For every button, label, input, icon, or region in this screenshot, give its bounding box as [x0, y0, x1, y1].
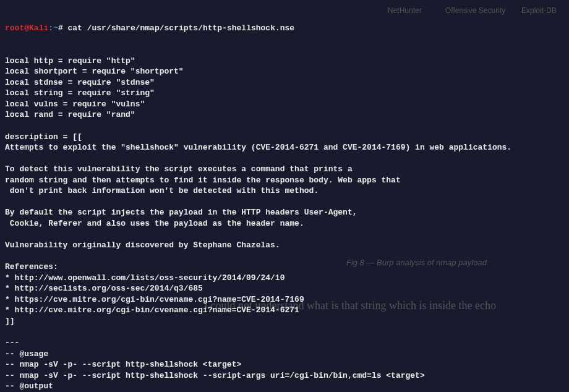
prompt-user: root: [5, 23, 24, 33]
output-line: -- @output: [5, 381, 564, 392]
output-line: * http://cve.mitre.org/cgi-bin/cvename.c…: [5, 305, 564, 316]
output-line: local stdnse = require "stdnse": [5, 77, 564, 88]
output-line: random string and then attempts to find …: [5, 175, 564, 186]
output-line: To detect this vulnerability the script …: [5, 164, 564, 175]
prompt-hash: #: [58, 23, 63, 33]
output-line: ---: [5, 338, 564, 349]
output-line: [5, 153, 564, 164]
output-line: -- nmap -sV -p- --script http-shellshock…: [5, 359, 564, 370]
output-container: local http = require "http"local shortpo…: [5, 56, 564, 392]
output-line: Vulnerability originally discovered by S…: [5, 240, 564, 251]
prompt-host: Kali: [29, 23, 48, 33]
output-line: local rand = require "rand": [5, 109, 564, 121]
output-line: [5, 197, 564, 208]
prompt-sep: :: [48, 23, 53, 33]
output-line: local string = require "string": [5, 88, 564, 99]
output-line: local shortport = require "shortport": [5, 66, 564, 77]
output-line: description = [[: [5, 132, 564, 143]
output-line: [5, 251, 564, 262]
output-line: By default the script injects the payloa…: [5, 207, 564, 218]
prompt-path: ~: [53, 23, 58, 33]
output-line: -- nmap -sV -p- --script http-shellshock…: [5, 370, 564, 381]
output-line: [5, 229, 564, 240]
prompt-line: root@Kali:~# cat /usr/share/nmap/scripts…: [5, 23, 564, 34]
output-line: Attempts to exploit the "shellshock" vul…: [5, 142, 564, 153]
output-line: * http://seclists.org/oss-sec/2014/q3/68…: [5, 283, 564, 294]
output-line: local http = require "http": [5, 56, 564, 67]
output-line: [5, 326, 564, 338]
output-line: * http://www.openwall.com/lists/oss-secu…: [5, 273, 564, 284]
output-line: local vulns = require "vulns": [5, 99, 564, 110]
output-line: References:: [5, 262, 564, 273]
output-line: Cookie, Referer and also uses the payloa…: [5, 218, 564, 229]
output-line: -- @usage: [5, 349, 564, 360]
prompt-at: @: [24, 23, 29, 33]
command: cat /usr/share/nmap/scripts/http-shellsh…: [68, 23, 295, 33]
output-line: * https://cve.mitre.org/cgi-bin/cvename.…: [5, 294, 564, 305]
output-line: don't print back information won't be de…: [5, 185, 564, 197]
output-line: [5, 121, 564, 132]
terminal-output[interactable]: root@Kali:~# cat /usr/share/nmap/scripts…: [0, 0, 569, 392]
output-line: ]]: [5, 316, 564, 327]
